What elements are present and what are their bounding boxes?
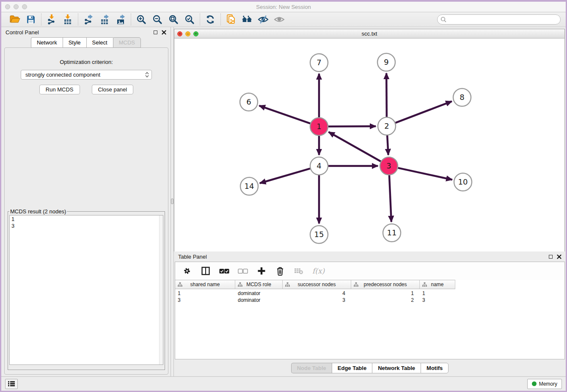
column-header-shared-name[interactable]: shared name bbox=[175, 280, 235, 289]
task-history-button[interactable] bbox=[5, 379, 18, 389]
graph-edge-2-3[interactable] bbox=[387, 135, 388, 155]
eye-slash-icon[interactable] bbox=[258, 14, 269, 25]
graph-node-15[interactable]: 15 bbox=[310, 226, 328, 243]
float-panel-icon[interactable] bbox=[154, 30, 157, 34]
cell[interactable]: 1 bbox=[351, 290, 420, 297]
gear-icon[interactable] bbox=[182, 266, 192, 276]
network-canvas[interactable]: 7968124314101511 bbox=[174, 39, 564, 251]
export-image-icon[interactable] bbox=[115, 14, 126, 25]
delete-column-icon[interactable] bbox=[294, 266, 304, 276]
graph-edge-4-14[interactable] bbox=[260, 168, 310, 183]
tab-edge-table[interactable]: Edge Table bbox=[332, 363, 372, 373]
graph-node-2[interactable]: 2 bbox=[378, 117, 396, 135]
panel-splitter[interactable] bbox=[171, 27, 174, 376]
cell[interactable]: 2 bbox=[351, 297, 420, 304]
eye-disabled-icon[interactable] bbox=[274, 14, 285, 25]
graph-node-8[interactable]: 8 bbox=[453, 88, 471, 106]
graph-edge-3-1[interactable] bbox=[329, 132, 381, 161]
network-close-button[interactable]: × bbox=[177, 31, 182, 36]
column-header-successor-nodes[interactable]: successor nodes bbox=[283, 280, 351, 289]
tab-motifs[interactable]: Motifs bbox=[421, 363, 449, 373]
column-header-name[interactable]: name bbox=[420, 280, 455, 289]
control-panel-title: Control Panel bbox=[6, 29, 39, 36]
float-table-panel-icon[interactable] bbox=[549, 255, 553, 259]
network-maximize-button[interactable]: + bbox=[193, 31, 198, 36]
maximize-window-button[interactable] bbox=[22, 4, 27, 9]
open-file-icon[interactable] bbox=[9, 14, 20, 25]
zoom-fit-icon[interactable] bbox=[168, 14, 179, 25]
add-icon[interactable] bbox=[256, 266, 267, 276]
export-table-icon[interactable] bbox=[99, 14, 110, 25]
control-panel-tabs: NetworkStyleSelectMCDS bbox=[1, 37, 171, 48]
tab-network[interactable]: Network bbox=[31, 37, 63, 48]
duplicate-network-icon[interactable] bbox=[226, 14, 237, 25]
cell[interactable]: dominator bbox=[235, 290, 283, 297]
cell[interactable]: 4 bbox=[283, 290, 351, 297]
optimization-criterion-dropdown[interactable]: strongly connected component bbox=[21, 70, 152, 80]
graph-node-10[interactable]: 10 bbox=[454, 173, 472, 191]
export-network-icon[interactable] bbox=[83, 14, 94, 25]
result-scrollbar[interactable] bbox=[159, 215, 163, 364]
svg-text:10: 10 bbox=[458, 177, 468, 186]
graph-edge-3-11[interactable] bbox=[389, 175, 391, 222]
tab-node-table[interactable]: Node Table bbox=[291, 363, 332, 373]
search-input[interactable] bbox=[437, 14, 561, 25]
graph-edge-2-9[interactable] bbox=[386, 73, 387, 117]
tab-style[interactable]: Style bbox=[63, 37, 86, 48]
splitter-grip-icon[interactable] bbox=[171, 199, 173, 204]
zoom-out-icon[interactable] bbox=[152, 14, 163, 25]
graph-node-11[interactable]: 11 bbox=[383, 224, 401, 242]
cell[interactable]: 1 bbox=[175, 290, 235, 297]
close-panel-icon[interactable] bbox=[162, 30, 166, 35]
graph-edge-2-8[interactable] bbox=[396, 101, 452, 123]
close-panel-button[interactable]: Close panel bbox=[92, 85, 134, 94]
table-row[interactable]: 3dominator323 bbox=[175, 297, 564, 304]
close-window-button[interactable] bbox=[5, 4, 10, 9]
save-session-icon[interactable] bbox=[25, 14, 36, 25]
cell[interactable]: 3 bbox=[283, 297, 351, 304]
memory-button[interactable]: Memory bbox=[527, 379, 562, 389]
control-panel: Control Panel NetworkStyleSelectMCDS Opt… bbox=[1, 27, 171, 376]
zoom-in-icon[interactable] bbox=[136, 14, 147, 25]
cell[interactable]: dominator bbox=[235, 297, 283, 304]
graph-edge-1-2[interactable] bbox=[328, 126, 376, 127]
close-table-panel-icon[interactable] bbox=[557, 254, 561, 259]
graph-node-4[interactable]: 4 bbox=[310, 157, 328, 175]
import-table-icon[interactable] bbox=[62, 14, 73, 25]
function-icon[interactable]: f(x) bbox=[312, 267, 325, 275]
graph-node-6[interactable]: 6 bbox=[240, 93, 258, 111]
refresh-icon[interactable] bbox=[205, 14, 216, 25]
tab-network-table[interactable]: Network Table bbox=[372, 363, 421, 373]
delete-icon[interactable] bbox=[275, 266, 285, 276]
svg-text:15: 15 bbox=[314, 230, 324, 239]
zoom-selected-icon[interactable] bbox=[184, 14, 195, 25]
run-mcds-button[interactable]: Run MCDS bbox=[39, 85, 80, 94]
graph-node-3[interactable]: 3 bbox=[380, 157, 398, 175]
graph-node-9[interactable]: 9 bbox=[377, 53, 395, 71]
result-line: 3 bbox=[11, 223, 161, 229]
svg-text:7: 7 bbox=[317, 58, 321, 67]
import-network-icon[interactable] bbox=[46, 14, 57, 25]
svg-text:3: 3 bbox=[386, 161, 391, 170]
graph-node-7[interactable]: 7 bbox=[310, 54, 328, 72]
select-all-icon[interactable] bbox=[219, 266, 229, 276]
cell[interactable]: 3 bbox=[420, 297, 455, 304]
graph-node-14[interactable]: 14 bbox=[240, 177, 258, 195]
table-row[interactable]: 1dominator411 bbox=[175, 290, 564, 297]
tab-select[interactable]: Select bbox=[86, 37, 113, 48]
column-header-MCDS-role[interactable]: MCDS role bbox=[235, 280, 283, 289]
graph-node-1[interactable]: 1 bbox=[310, 118, 328, 135]
graph-edge-3-10[interactable] bbox=[398, 168, 452, 180]
columns-icon[interactable] bbox=[201, 266, 211, 276]
cell[interactable]: 1 bbox=[420, 290, 455, 297]
cell[interactable]: 3 bbox=[175, 297, 235, 304]
tab-mcds[interactable]: MCDS bbox=[113, 37, 141, 48]
network-minimize-button[interactable]: – bbox=[185, 31, 190, 36]
home-icon[interactable] bbox=[242, 14, 253, 25]
result-line: 1 bbox=[11, 216, 161, 223]
deselect-all-icon[interactable] bbox=[238, 266, 248, 276]
minimize-window-button[interactable] bbox=[14, 4, 19, 9]
column-header-predecessor-nodes[interactable]: predecessor nodes bbox=[351, 280, 420, 289]
graph-edge-1-6[interactable] bbox=[259, 106, 311, 124]
node-table: shared nameMCDS rolesuccessor nodesprede… bbox=[175, 280, 564, 304]
